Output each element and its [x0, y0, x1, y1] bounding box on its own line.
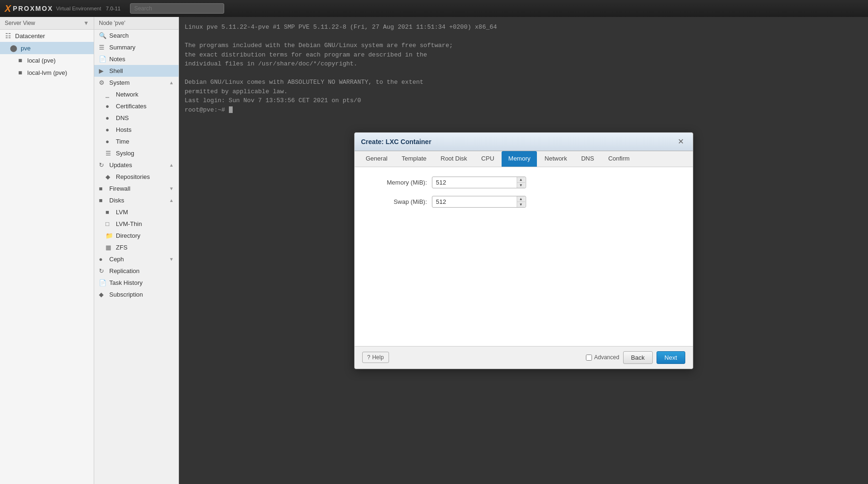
nav-item-shell[interactable]: ▶ Shell	[94, 65, 178, 77]
tab-cpu[interactable]: CPU	[475, 151, 501, 167]
directory-icon: 📁	[105, 232, 113, 239]
nav-item-updates[interactable]: ↻ Updates ▲	[94, 159, 178, 171]
memory-input[interactable]	[432, 177, 526, 188]
nav-item-summary[interactable]: ☰ Summary	[94, 41, 178, 53]
tab-memory[interactable]: Memory	[502, 151, 537, 167]
footer-right: Advanced Back Next	[586, 351, 685, 364]
nav-ceph-label: Ceph	[109, 256, 124, 263]
nav-item-replication[interactable]: ↻ Replication	[94, 265, 178, 277]
memory-input-wrapper: ▲ ▼	[432, 177, 526, 188]
tab-dns[interactable]: DNS	[575, 151, 600, 167]
modal-footer: ? Help Advanced Back Next	[355, 346, 693, 369]
tab-confirm[interactable]: Confirm	[601, 151, 636, 167]
nav-item-directory[interactable]: 📁 Directory	[94, 230, 178, 242]
tab-template[interactable]: Template	[395, 151, 433, 167]
time-icon: ●	[105, 138, 113, 145]
system-icon: ⚙	[99, 79, 106, 86]
tab-general[interactable]: General	[359, 151, 394, 167]
right-panel: Node 'pve' 🔍 Search ☰ Summary 📄 Notes ▶ …	[94, 17, 868, 484]
memory-increment-button[interactable]: ▲	[517, 177, 525, 183]
swap-increment-button[interactable]: ▲	[517, 196, 525, 202]
sidebar-item-datacenter[interactable]: ☷ Datacenter	[0, 30, 94, 42]
sidebar-item-local-lvm-pve[interactable]: ■ local-lvm (pve)	[0, 66, 94, 79]
task-icon: 📄	[99, 279, 106, 286]
logo-x-icon: X	[5, 3, 11, 14]
nav-replication-label: Replication	[109, 267, 139, 274]
help-button[interactable]: ? Help	[362, 352, 389, 363]
memory-decrement-button[interactable]: ▼	[517, 183, 525, 188]
disks-expand-icon: ▲	[169, 198, 174, 203]
nav-item-subscription[interactable]: ◆ Subscription	[94, 289, 178, 300]
back-button[interactable]: Back	[623, 351, 653, 364]
swap-row: Swap (MiB): ▲ ▼	[366, 196, 681, 208]
nav-lvm-thin-label: LVM-Thin	[116, 220, 142, 227]
modal-close-button[interactable]: ✕	[676, 137, 686, 147]
nav-item-ceph[interactable]: ● Ceph ▼	[94, 253, 178, 265]
nav-item-task-history[interactable]: 📄 Task History	[94, 277, 178, 289]
lvm-storage-icon: ■	[16, 69, 24, 76]
sidebar-local-pve-label: local (pve)	[27, 57, 56, 64]
server-view-label: Server View	[5, 20, 35, 26]
nav-item-notes[interactable]: 📄 Notes	[94, 53, 178, 65]
logo-proxmox-text: PROXMOX	[13, 5, 53, 12]
system-expand-icon: ▲	[169, 80, 174, 85]
nav-item-hosts[interactable]: ● Hosts	[94, 124, 178, 136]
nav-item-certificates[interactable]: ● Certificates	[94, 100, 178, 112]
nav-item-dns[interactable]: ● DNS	[94, 112, 178, 124]
nav-item-repositories[interactable]: ◆ Repositories	[94, 171, 178, 183]
nav-item-disks[interactable]: ■ Disks ▲	[94, 194, 178, 206]
nav-summary-label: Summary	[109, 44, 136, 51]
sidebar-header: Server View ▼	[0, 17, 94, 30]
repo-icon: ◆	[105, 173, 113, 180]
cert-icon: ●	[105, 103, 113, 110]
modal-dialog: Create: LXC Container ✕ General Template…	[354, 132, 693, 369]
nav-item-syslog[interactable]: ☰ Syslog	[94, 147, 178, 159]
notes-icon: 📄	[99, 56, 106, 63]
nav-shell-label: Shell	[109, 67, 123, 74]
memory-spinner: ▲ ▼	[517, 177, 525, 188]
nav-item-network[interactable]: ⎯ Network	[94, 89, 178, 100]
modal-tabs: General Template Root Disk CPU Memory Ne…	[355, 151, 693, 167]
sidebar-item-local-pve[interactable]: ■ local (pve)	[0, 54, 94, 66]
swap-decrement-button[interactable]: ▼	[517, 202, 525, 207]
nav-time-label: Time	[116, 138, 129, 145]
next-button[interactable]: Next	[657, 351, 685, 364]
shell-icon: ▶	[99, 67, 106, 74]
swap-spinner: ▲ ▼	[517, 196, 525, 207]
nav-item-search[interactable]: 🔍 Search	[94, 30, 178, 41]
nav-item-lvm-thin[interactable]: □ LVM-Thin	[94, 218, 178, 230]
pve-icon: ⬤	[9, 44, 18, 52]
sidebar-collapse-icon[interactable]: ▼	[83, 20, 89, 26]
sidebar-item-pve[interactable]: ⬤ pve	[0, 42, 94, 54]
search-input[interactable]	[130, 3, 224, 14]
nav-syslog-label: Syslog	[116, 150, 134, 157]
nav-network-label: Network	[116, 91, 138, 98]
nav-item-zfs[interactable]: ▦ ZFS	[94, 242, 178, 253]
lvm-icon: ■	[105, 209, 113, 216]
main-layout: Server View ▼ ☷ Datacenter ⬤ pve ■ local…	[0, 17, 868, 484]
sidebar-datacenter-label: Datacenter	[15, 32, 45, 40]
nav-item-system[interactable]: ⚙ System ▲	[94, 77, 178, 89]
subscription-icon: ◆	[99, 291, 106, 298]
advanced-checkbox[interactable]	[586, 355, 592, 361]
nav-hosts-label: Hosts	[116, 126, 131, 133]
memory-label: Memory (MiB):	[366, 179, 427, 186]
nav-cert-label: Certificates	[116, 103, 146, 110]
tab-root-disk[interactable]: Root Disk	[434, 151, 474, 167]
node-header: Node 'pve'	[94, 17, 178, 30]
nav-item-lvm[interactable]: ■ LVM	[94, 206, 178, 218]
nav-disks-label: Disks	[109, 197, 124, 204]
nav-item-firewall[interactable]: ■ Firewall ▼	[94, 183, 178, 194]
nav-lvm-label: LVM	[116, 209, 128, 216]
network-icon: ⎯	[105, 91, 113, 98]
swap-input[interactable]	[432, 196, 526, 208]
modal-body: Memory (MiB): ▲ ▼ Swap (MiB):	[355, 167, 693, 346]
updates-expand-icon: ▲	[169, 162, 174, 168]
modal-header: Create: LXC Container ✕	[355, 133, 693, 151]
nav-zfs-label: ZFS	[116, 244, 128, 251]
modal-overlay: Create: LXC Container ✕ General Template…	[179, 17, 868, 484]
nav-item-time[interactable]: ● Time	[94, 136, 178, 147]
ceph-icon: ●	[99, 256, 106, 263]
zfs-icon: ▦	[105, 244, 113, 251]
tab-network[interactable]: Network	[538, 151, 574, 167]
